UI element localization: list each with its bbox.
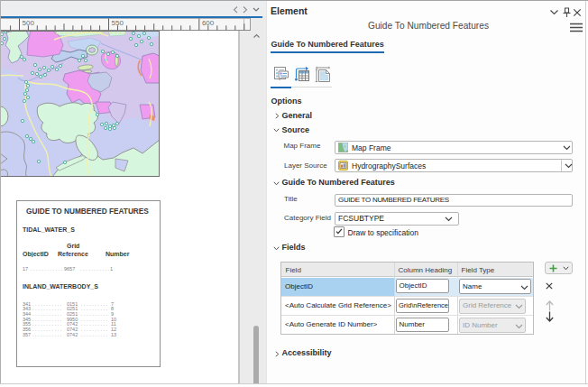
svg-text:550: 550	[112, 19, 124, 27]
svg-text:500: 500	[23, 19, 35, 27]
svg-text:600: 600	[202, 19, 215, 27]
